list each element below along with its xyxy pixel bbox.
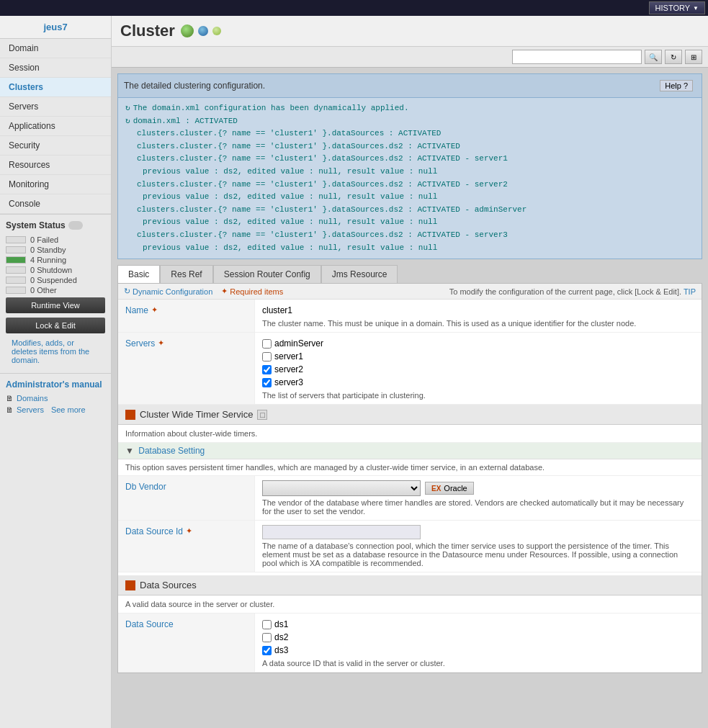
status-row-suspended: 0 Suspended: [6, 275, 105, 285]
system-status-title: System Status: [6, 220, 105, 230]
config-line-12: previous value : ds2, edited value : nul…: [125, 242, 694, 255]
status-row-running: 4 Running: [6, 255, 105, 265]
admin-link-servers[interactable]: 🗎 Servers See more: [6, 404, 105, 415]
datasource-id-desc: The name of a database's connection pool…: [262, 541, 694, 567]
server-server1-row: server1: [262, 350, 694, 363]
config-line-4: clusters.cluster.{? name == 'cluster1' }…: [125, 140, 694, 153]
sidebar-item-clusters[interactable]: Clusters: [0, 78, 111, 97]
server-server3-checkbox[interactable]: [262, 378, 272, 387]
sidebar-item-domain[interactable]: Domain: [0, 39, 111, 58]
data-sources-title: Data Sources: [140, 580, 197, 590]
admin-manual: Administrator's manual 🗎 Domains 🗎 Serve…: [0, 373, 111, 421]
help-button[interactable]: Help ?: [660, 80, 693, 91]
servers-row: Servers ✦ adminServer server1 server2: [118, 333, 702, 405]
book-icon-servers: 🗎: [6, 405, 14, 414]
config-line-6: previous value : ds2, edited value : nul…: [125, 166, 694, 179]
modifies-link[interactable]: Modifies, adds, or deletes items from th…: [12, 338, 89, 364]
history-arrow-icon: ▼: [693, 5, 699, 12]
see-more-link[interactable]: See more: [51, 405, 86, 414]
sidebar-item-security[interactable]: Security: [0, 136, 111, 156]
running-bar: [6, 256, 26, 264]
name-value: cluster1 The cluster name. This must be …: [255, 300, 702, 332]
datasource-id-required-icon: ✦: [186, 526, 192, 536]
star-required-icon: ✦: [221, 287, 228, 296]
sidebar-nav: Domain Session Clusters Servers Applicat…: [0, 39, 111, 214]
search-button[interactable]: 🔍: [645, 50, 662, 64]
ds3-checkbox[interactable]: [262, 646, 272, 655]
config-panel: The detailed clustering configuration. H…: [117, 73, 702, 259]
failed-bar: [6, 236, 26, 243]
shutdown-bar: [6, 266, 26, 274]
status-toggle[interactable]: [68, 221, 83, 230]
tab-jms-resource[interactable]: Jms Resource: [321, 265, 398, 283]
refresh-button[interactable]: ↻: [665, 50, 682, 64]
datasource-id-input[interactable]: [262, 525, 421, 539]
admin-link-domains[interactable]: 🗎 Domains: [6, 392, 105, 404]
ds2-row: ds2: [262, 631, 694, 644]
runtime-view-button[interactable]: Runtime View: [6, 297, 105, 313]
oracle-icon: EX: [431, 485, 441, 493]
config-line-2: ↻domain.xml : ACTIVATED: [125, 115, 694, 128]
name-display: cluster1: [262, 304, 694, 317]
refresh-config-icon: ↻: [124, 287, 130, 296]
required-items: ✦ Required items: [221, 287, 283, 296]
db-vendor-select[interactable]: Oracle MySQL: [262, 480, 421, 496]
sidebar-item-console[interactable]: Console: [0, 194, 111, 214]
tab-basic[interactable]: Basic: [117, 265, 160, 283]
server-server3-label: server3: [274, 377, 303, 387]
db-vendor-select-wrap: Oracle MySQL EX Oracle: [262, 480, 694, 496]
sidebar-item-session[interactable]: Session: [0, 58, 111, 78]
orb-light: [212, 27, 221, 35]
lock-edit-button[interactable]: Lock & Edit: [6, 318, 105, 333]
config-line-10: previous value : ds2, edited value : nul…: [125, 216, 694, 229]
sidebar-item-servers[interactable]: Servers: [0, 97, 111, 117]
sidebar-links: Modifies, adds, or deletes items from th…: [6, 336, 105, 367]
name-desc: The cluster name. This must be unique in…: [262, 319, 694, 328]
datasource-id-row: Data Source Id ✦ The name of a database'…: [118, 521, 702, 572]
ds1-row: ds1: [262, 618, 694, 631]
tab-session-router[interactable]: Session Router Config: [213, 265, 321, 283]
db-setting-header[interactable]: ▼ Database Setting: [118, 443, 702, 459]
db-setting-link[interactable]: Database Setting: [138, 446, 205, 456]
server-adminserver-checkbox[interactable]: [262, 339, 272, 349]
ds2-label: ds2: [274, 632, 288, 642]
page-header: Cluster: [112, 16, 708, 47]
standby-bar: [6, 246, 26, 253]
sidebar-item-resources[interactable]: Resources: [0, 156, 111, 175]
ds1-checkbox[interactable]: [262, 620, 272, 629]
tab-res-ref[interactable]: Res Ref: [160, 265, 212, 283]
tip-link[interactable]: TIP: [684, 287, 696, 296]
config-content: ↻The domain.xml configuration has been d…: [118, 98, 702, 259]
search-input[interactable]: [512, 50, 642, 64]
export-button[interactable]: ⊞: [685, 50, 702, 64]
ds3-label: ds3: [274, 645, 288, 655]
ds2-checkbox[interactable]: [262, 633, 272, 642]
db-vendor-label: Db Vendor: [118, 476, 255, 520]
config-line-5: clusters.cluster.{? name == 'cluster1' }…: [125, 153, 694, 166]
server-server2-checkbox[interactable]: [262, 365, 272, 374]
config-line-9: clusters.cluster.{? name == 'cluster1' }…: [125, 204, 694, 217]
header-orbs: [181, 24, 221, 37]
server-server1-label: server1: [274, 351, 303, 361]
orb-blue: [198, 26, 208, 36]
panel-toolbar: ↻ Dynamic Configuration ✦ Required items…: [118, 284, 702, 300]
config-line-3: clusters.cluster.{? name == 'cluster1' }…: [125, 127, 694, 140]
sidebar-item-monitoring[interactable]: Monitoring: [0, 175, 111, 194]
server-adminserver-row: adminServer: [262, 337, 694, 350]
name-label: Name ✦: [118, 300, 255, 332]
top-bar: HISTORY ▼: [0, 0, 708, 16]
cluster-timer-desc: Information about cluster-wide timers.: [118, 425, 702, 443]
status-row-shutdown: 0 Shutdown: [6, 265, 105, 275]
data-source-row: Data Source ds1 ds2 ds3 A data: [118, 614, 702, 673]
cluster-timer-icon: [125, 410, 135, 420]
history-button[interactable]: HISTORY ▼: [649, 1, 705, 14]
servers-desc: The list of servers that participate in …: [262, 391, 694, 400]
data-source-sources-desc: A data source ID that is valid in the se…: [262, 659, 694, 668]
server-server1-checkbox[interactable]: [262, 352, 272, 361]
status-row-other: 0 Other: [6, 285, 105, 295]
sidebar-item-applications[interactable]: Applications: [0, 117, 111, 136]
orb-green: [181, 24, 194, 37]
cluster-timer-toggle[interactable]: □: [257, 410, 267, 420]
data-source-checkboxes: ds1 ds2 ds3 A data source ID that is val…: [255, 614, 702, 672]
data-source-column-label: Data Source: [118, 614, 255, 672]
